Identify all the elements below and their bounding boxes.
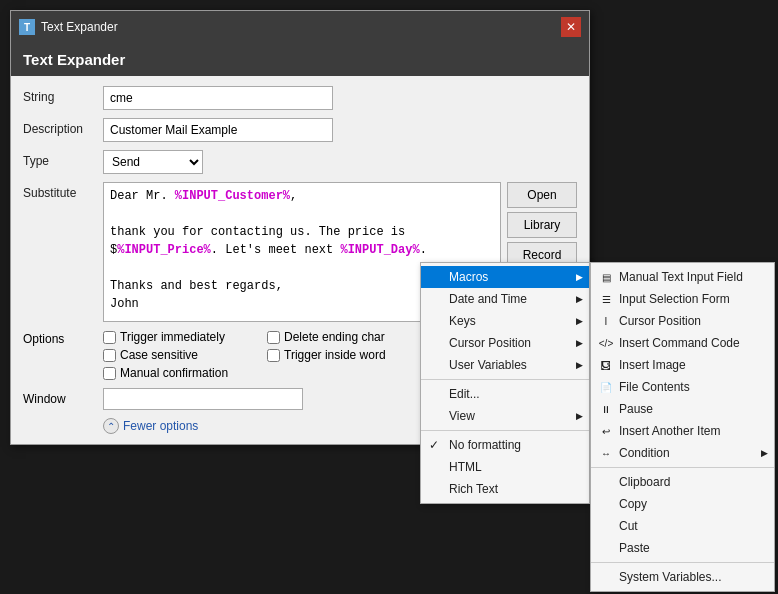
- cursor-pos-icon: I: [599, 314, 613, 328]
- sub-context-menu: ▤ Manual Text Input Field ☰ Input Select…: [590, 262, 775, 592]
- no-formatting-label: No formatting: [449, 438, 521, 452]
- copy-label: Copy: [619, 497, 647, 511]
- file-contents-icon: 📄: [599, 380, 613, 394]
- input-selection-icon: ☰: [599, 292, 613, 306]
- cursor-position-item[interactable]: I Cursor Position: [591, 310, 774, 332]
- delete-ending-char-label: Delete ending char: [284, 330, 385, 344]
- paste-label: Paste: [619, 541, 650, 555]
- file-contents-label: File Contents: [619, 380, 690, 394]
- user-variables-menu-item[interactable]: User Variables: [421, 354, 589, 376]
- fewer-options-label: Fewer options: [123, 419, 198, 433]
- insert-command-icon: </>: [599, 336, 613, 350]
- case-sensitive-checkbox[interactable]: [103, 349, 116, 362]
- insert-another-item[interactable]: ↩ Insert Another Item: [591, 420, 774, 442]
- title-bar-text: Text Expander: [41, 20, 118, 34]
- macros-context-menu: Macros Date and Time Keys Cursor Positio…: [420, 262, 590, 504]
- keys-label: Keys: [449, 314, 476, 328]
- condition-item[interactable]: ↔ Condition: [591, 442, 774, 464]
- html-label: HTML: [449, 460, 482, 474]
- title-bar: T Text Expander ✕: [11, 11, 589, 43]
- delete-ending-char-checkbox[interactable]: [267, 331, 280, 344]
- title-bar-left: T Text Expander: [19, 19, 118, 35]
- pause-label: Pause: [619, 402, 653, 416]
- edit-label: Edit...: [449, 387, 480, 401]
- string-row: String: [23, 86, 577, 110]
- app-icon: T: [19, 19, 35, 35]
- date-time-label: Date and Time: [449, 292, 527, 306]
- insert-image-label: Insert Image: [619, 358, 686, 372]
- cursor-position-label: Cursor Position: [449, 336, 531, 350]
- insert-another-icon: ↩: [599, 424, 613, 438]
- copy-item[interactable]: Copy: [591, 493, 774, 515]
- file-contents-item[interactable]: 📄 File Contents: [591, 376, 774, 398]
- type-label: Type: [23, 150, 103, 168]
- insert-image-icon: ⛾: [599, 358, 613, 372]
- system-variables-label: System Variables...: [619, 570, 721, 584]
- system-variables-item[interactable]: System Variables...: [591, 566, 774, 588]
- sub-separator-2: [591, 562, 774, 563]
- clipboard-label: Clipboard: [619, 475, 670, 489]
- trigger-immediately-label: Trigger immediately: [120, 330, 225, 344]
- pause-item[interactable]: ⏸ Pause: [591, 398, 774, 420]
- trigger-inside-word-label: Trigger inside word: [284, 348, 386, 362]
- paste-item[interactable]: Paste: [591, 537, 774, 559]
- input-selection-form-item[interactable]: ☰ Input Selection Form: [591, 288, 774, 310]
- macros-menu-item[interactable]: Macros: [421, 266, 589, 288]
- cursor-position-sub-label: Cursor Position: [619, 314, 701, 328]
- insert-command-label: Insert Command Code: [619, 336, 740, 350]
- view-label: View: [449, 409, 475, 423]
- string-label: String: [23, 86, 103, 104]
- macros-label: Macros: [449, 270, 488, 284]
- rich-text-label: Rich Text: [449, 482, 498, 496]
- input-selection-label: Input Selection Form: [619, 292, 730, 306]
- case-sensitive-label: Case sensitive: [120, 348, 198, 362]
- dialog-header: Text Expander: [11, 43, 589, 76]
- manual-text-label: Manual Text Input Field: [619, 270, 743, 284]
- description-label: Description: [23, 118, 103, 136]
- manual-confirmation-option[interactable]: Manual confirmation: [103, 366, 263, 380]
- description-input[interactable]: [103, 118, 333, 142]
- manual-text-input-item[interactable]: ▤ Manual Text Input Field: [591, 266, 774, 288]
- fewer-options-icon: ⌃: [103, 418, 119, 434]
- description-row: Description: [23, 118, 577, 142]
- manual-confirmation-label: Manual confirmation: [120, 366, 228, 380]
- date-time-menu-item[interactable]: Date and Time: [421, 288, 589, 310]
- trigger-immediately-option[interactable]: Trigger immediately: [103, 330, 263, 344]
- insert-another-label: Insert Another Item: [619, 424, 720, 438]
- options-label: Options: [23, 330, 103, 346]
- close-button[interactable]: ✕: [561, 17, 581, 37]
- insert-image-item[interactable]: ⛾ Insert Image: [591, 354, 774, 376]
- cursor-position-menu-item[interactable]: Cursor Position: [421, 332, 589, 354]
- view-menu-item[interactable]: View: [421, 405, 589, 427]
- manual-text-icon: ▤: [599, 270, 613, 284]
- window-input[interactable]: [103, 388, 303, 410]
- trigger-inside-word-checkbox[interactable]: [267, 349, 280, 362]
- html-menu-item[interactable]: HTML: [421, 456, 589, 478]
- type-select[interactable]: Send Paste Type: [103, 150, 203, 174]
- type-row: Type Send Paste Type: [23, 150, 577, 174]
- no-formatting-menu-item[interactable]: No formatting: [421, 434, 589, 456]
- open-button[interactable]: Open: [507, 182, 577, 208]
- manual-confirmation-checkbox[interactable]: [103, 367, 116, 380]
- trigger-inside-word-option[interactable]: Trigger inside word: [267, 348, 427, 362]
- insert-command-code-item[interactable]: </> Insert Command Code: [591, 332, 774, 354]
- user-variables-label: User Variables: [449, 358, 527, 372]
- edit-menu-item[interactable]: Edit...: [421, 383, 589, 405]
- delete-ending-char-option[interactable]: Delete ending char: [267, 330, 427, 344]
- sub-separator-1: [591, 467, 774, 468]
- cut-item[interactable]: Cut: [591, 515, 774, 537]
- condition-icon: ↔: [599, 446, 613, 460]
- library-button[interactable]: Library: [507, 212, 577, 238]
- pause-icon: ⏸: [599, 402, 613, 416]
- rich-text-menu-item[interactable]: Rich Text: [421, 478, 589, 500]
- cut-label: Cut: [619, 519, 638, 533]
- string-input[interactable]: [103, 86, 333, 110]
- case-sensitive-option[interactable]: Case sensitive: [103, 348, 263, 362]
- clipboard-item[interactable]: Clipboard: [591, 471, 774, 493]
- separator-2: [421, 430, 589, 431]
- trigger-immediately-checkbox[interactable]: [103, 331, 116, 344]
- substitute-label: Substitute: [23, 182, 103, 200]
- separator-1: [421, 379, 589, 380]
- condition-label: Condition: [619, 446, 670, 460]
- keys-menu-item[interactable]: Keys: [421, 310, 589, 332]
